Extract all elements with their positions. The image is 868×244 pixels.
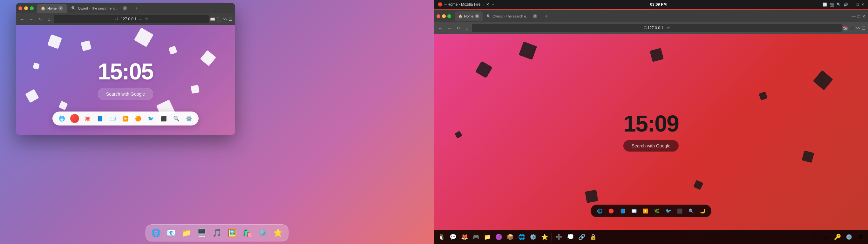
maximize-right[interactable]: □ [857,3,859,6]
tab-qwant[interactable]: 🔍 Qwant - The search engine that respect… [67,4,131,13]
win-close[interactable]: ✕ [862,14,865,19]
taskbar-key[interactable]: 🔑 [832,232,843,242]
taskbar-chain[interactable]: 🔗 [577,232,587,242]
home-button[interactable]: ⌂ [45,15,53,23]
taskbar-chat[interactable]: 💭 [565,232,576,242]
ff-address-bar[interactable]: 🛡 127.0.0.1 ··· ☆ [472,24,842,32]
overflow-icon[interactable]: >> [223,17,227,22]
dock-files[interactable]: 📁 [180,226,193,239]
ff-sidebar-icon[interactable]: ⬛ [849,26,854,30]
menu-icon[interactable]: ☰ [229,17,232,22]
ff-home-nav[interactable]: ⌂ [463,24,471,32]
dock-music[interactable]: 🎵 [211,226,223,239]
taskbar-packages[interactable]: 📦 [505,232,515,242]
bookmark-orange[interactable]: 🟠 [134,114,143,123]
ff-close[interactable] [437,14,440,18]
ff-reload[interactable]: ↻ [454,24,462,32]
bookmark-chrome[interactable]: 🌐 [58,114,66,123]
rb-chrome[interactable]: 🌐 [596,207,603,215]
ff-new-tab[interactable]: + [542,12,550,20]
forward-button[interactable]: → [27,15,35,23]
rb-red[interactable]: 🔴 [607,207,615,215]
back-button[interactable]: ← [19,15,26,23]
ff-overflow[interactable]: >> [856,26,860,30]
tab-home[interactable]: 🏠 Home ✕ [37,4,67,13]
dark-shape-6 [455,131,463,139]
tab-close-home[interactable]: ✕ [58,6,63,10]
sidebar-icon[interactable]: ⬛ [216,17,221,22]
taskbar-game[interactable]: 🎮 [471,232,481,242]
ff-tab-qwant[interactable]: 🔍 Qwant - The search engine that respect… [483,11,540,21]
dock-settings2[interactable]: ⚙️ [256,226,269,239]
volume-icon[interactable]: 🔊 [843,3,848,7]
reload-button[interactable]: ↻ [36,15,44,23]
close-button[interactable] [19,6,22,10]
taskbar-purple[interactable]: 🟣 [494,232,504,242]
rb-green[interactable]: 🌿 [653,207,660,215]
ff-library[interactable]: 📚 [843,26,848,30]
reader-icon[interactable]: 📖 [210,17,215,22]
search-topbar-icon[interactable]: 🔍 [837,3,841,7]
bookmark-github[interactable]: 🐙 [83,114,92,123]
shape-4 [168,46,177,55]
bookmark-dark[interactable]: ⬛ [159,114,168,123]
screenshot-icon[interactable]: ⬜ [823,3,827,7]
bookmark-settings[interactable]: ⚙️ [185,114,193,123]
bookmark-red[interactable]: 🔴 [70,114,79,123]
app-menu[interactable]: 🔴 →Home - Mozilla Fire... [438,2,484,7]
rb-twitter[interactable]: 🐦 [664,207,672,215]
right-search-bar[interactable]: Search with Google [623,140,679,152]
tab-close-qwant[interactable]: ✕ [123,6,127,10]
taskbar-grid[interactable]: ⊞ [855,232,865,242]
bookmark-twitter[interactable]: 🐦 [147,114,155,123]
bookmark-facebook[interactable]: 📘 [96,114,104,123]
dock-star[interactable]: ⭐ [272,226,284,239]
dock-store[interactable]: 🛍️ [241,226,254,239]
taskbar-star2[interactable]: ⭐ [539,232,550,242]
taskbar-folder[interactable]: 📁 [482,232,492,242]
taskbar-terminal[interactable]: 💬 [448,232,458,242]
maximize-button[interactable] [30,6,34,10]
bookmark-youtube[interactable]: ▶️ [121,114,130,123]
new-tab-button[interactable]: + [133,4,141,12]
dock-photos[interactable]: 🖼️ [226,226,239,239]
rb-fb[interactable]: 📘 [619,207,626,215]
taskbar-lock[interactable]: 🔒 [588,232,598,242]
taskbar-browser[interactable]: 🌐 [517,232,527,242]
taskbar-chevron[interactable]: › [810,232,820,242]
dock-browser[interactable]: 🌐 [150,226,162,239]
ff-tab-close-qwant[interactable]: ✕ [533,14,537,19]
rb-yt[interactable]: ▶️ [642,207,649,215]
ff-menu[interactable]: ☰ [862,26,865,30]
win-max[interactable]: □ [858,14,860,19]
rb-google[interactable]: 🔍 [687,207,695,215]
bookmark-gmail[interactable]: ✉️ [108,114,117,123]
close-right[interactable]: ✕ [861,3,864,7]
left-search-bar[interactable]: Search with Google [98,88,153,100]
rb-moon[interactable]: 🌙 [699,207,706,215]
rb-dark2[interactable]: ⬛ [676,207,683,215]
ff-back[interactable]: ← [437,24,444,32]
ff-tab-close-home[interactable]: ✕ [475,14,479,19]
dock-mail[interactable]: 📧 [165,226,178,239]
ff-forward[interactable]: → [445,24,453,32]
taskbar-dev[interactable]: ⚙️ [528,232,538,242]
taskbar-chevron2[interactable]: › [821,232,831,242]
taskbar-firefox[interactable]: 🦊 [459,232,470,242]
win-min[interactable]: — [851,14,856,19]
taskbar-settings3[interactable]: ⚙️ [844,232,854,242]
dock-terminal[interactable]: 🖥️ [195,226,208,239]
ff-tab-home[interactable]: 🏠 Home ✕ [455,11,483,21]
camera-icon[interactable]: 📷 [830,3,834,7]
rb-mail[interactable]: ✉️ [630,207,638,215]
taskbar-plus[interactable]: ➕ [554,232,564,242]
ff-minimize[interactable] [442,14,446,18]
topbar-new[interactable]: + [492,2,494,7]
minimize-right[interactable]: — [850,3,854,6]
address-bar[interactable]: 🛡 127.0.0.1 ··· ☆ [54,15,209,23]
topbar-close[interactable]: ✕ [486,2,489,7]
ff-maximize[interactable] [447,14,451,18]
bookmark-google[interactable]: 🔍 [172,114,181,123]
taskbar-files[interactable]: 🐧 [437,232,447,242]
minimize-button[interactable] [24,6,28,10]
